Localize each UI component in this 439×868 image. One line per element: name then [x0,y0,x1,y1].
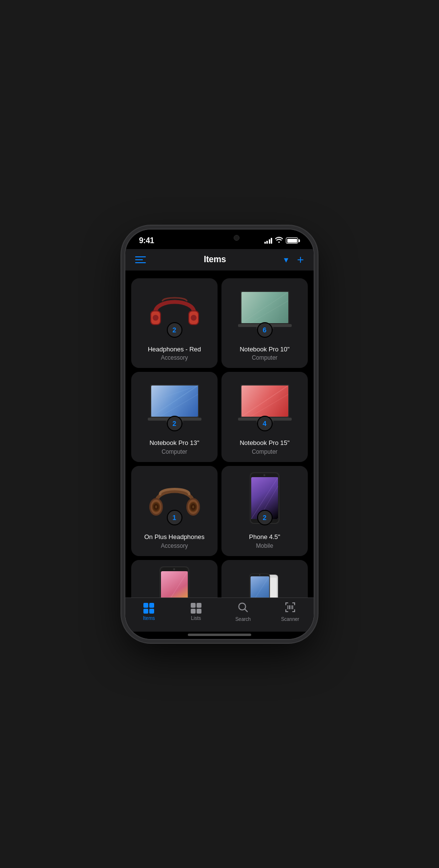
items-grid-icon [143,603,154,614]
list-item[interactable]: 2 Phone 4.5" Mobile [221,466,308,556]
item-image-area: 2 [227,474,302,522]
home-bar [188,634,251,636]
phone-frame: 9:41 [124,229,315,640]
item-count-badge: 1 [167,510,182,525]
status-icons [264,237,300,244]
status-time: 9:41 [139,236,154,245]
svg-rect-68 [289,605,290,609]
list-item[interactable]: 2 Headphones - Red Accessory [131,278,218,368]
item-image-area: 4 [227,380,302,428]
svg-point-35 [192,505,194,508]
svg-point-56 [259,574,260,576]
phone-screen: 9:41 [125,230,314,639]
item-category: Mobile [256,542,273,549]
nav-actions: ▾ + [284,254,304,266]
item-name: On Plus Headphones [144,533,205,541]
item-category: Computer [252,448,278,455]
list-item[interactable]: 5 [221,560,308,597]
list-item[interactable]: 1 On Plus Headphones Accessory [131,466,218,556]
notch [189,230,250,246]
item-image-area: 2 [137,380,212,428]
svg-point-5 [191,315,197,321]
page-title: Items [204,254,226,265]
item-category: Accessory [161,542,188,549]
svg-rect-70 [292,605,293,609]
svg-rect-64 [285,609,286,612]
signal-icon [264,238,273,244]
menu-button[interactable] [135,256,146,263]
svg-rect-60 [285,602,286,605]
item-category: Computer [161,448,187,455]
add-item-button[interactable]: + [297,254,304,266]
item-name: Notebook Pro 15" [239,439,289,447]
item-count-badge: 2 [257,510,273,525]
phone-multi-image [236,568,294,597]
svg-point-48 [173,568,175,570]
tab-search[interactable]: Search [220,602,267,622]
status-bar: 9:41 [125,230,314,249]
phone-pink-image [145,568,204,597]
item-name: Headphones - Red [148,346,201,354]
tab-lists[interactable]: Lists [173,603,220,621]
item-image-area: 6 [227,286,302,335]
item-category: Computer [252,354,278,361]
item-count-badge: 2 [167,416,182,431]
tab-items[interactable]: Items [125,603,173,621]
item-image-area: 5 [227,568,302,597]
item-category: Accessory [161,354,188,361]
item-count-badge: 6 [257,322,273,338]
wifi-icon [275,237,283,244]
content-area[interactable]: 2 Headphones - Red Accessory [125,270,314,598]
item-image-area: 3 [137,568,212,597]
item-name: Notebook Pro 10" [239,346,289,354]
lists-grid-icon [191,603,201,614]
item-image-area: 2 [137,286,212,335]
list-item[interactable]: 4 Notebook Pro 15" Computer [221,372,308,462]
svg-line-58 [245,609,247,611]
filter-chevron-button[interactable]: ▾ [284,254,288,265]
svg-rect-69 [291,605,292,609]
svg-rect-62 [294,602,295,605]
list-item[interactable]: 6 Notebook Pro 10" Computer [221,278,308,368]
svg-rect-67 [287,605,288,609]
svg-point-30 [155,505,157,508]
list-item[interactable]: 2 Notebook Pro 13" Computer [131,372,218,462]
svg-point-42 [263,474,265,476]
battery-icon [286,237,300,244]
item-count-badge: 2 [167,322,182,338]
home-indicator [125,632,314,639]
item-name: Phone 4.5" [249,533,280,541]
tab-lists-label: Lists [191,616,201,621]
list-item[interactable]: 3 [131,560,218,597]
svg-rect-54 [251,577,269,598]
tab-scanner-label: Scanner [281,617,299,622]
search-icon [238,602,248,615]
item-name: Notebook Pro 13" [149,439,199,447]
svg-rect-66 [294,609,295,612]
svg-point-2 [153,315,159,321]
camera-notch [234,235,239,241]
tab-bar: Items Lists Search [125,598,314,632]
items-grid: 2 Headphones - Red Accessory [131,278,308,598]
tab-items-label: Items [143,616,155,621]
tab-search-label: Search [235,617,251,622]
tab-scanner[interactable]: Scanner [267,602,314,622]
svg-rect-46 [161,571,188,597]
item-count-badge: 4 [257,416,273,431]
scanner-icon [285,602,296,615]
item-image-area: 1 [137,474,212,522]
navigation-bar: Items ▾ + [125,249,314,270]
